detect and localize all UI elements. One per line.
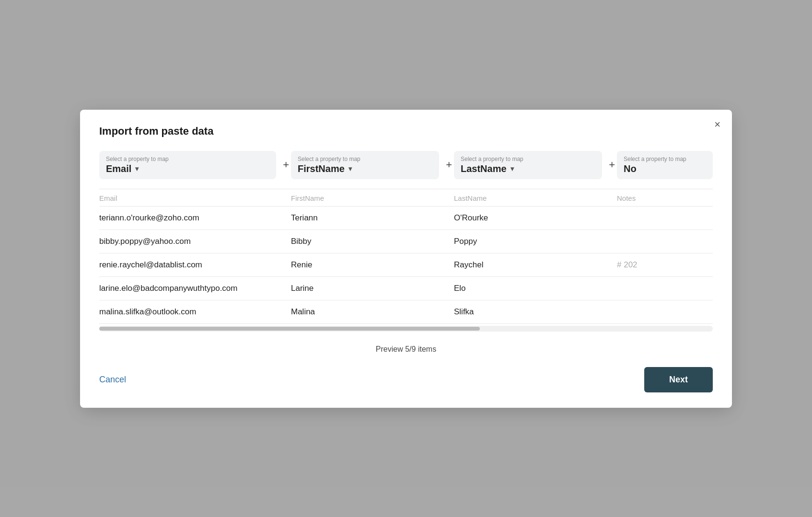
column-selector-1: Select a property to map Email ▾ + bbox=[99, 151, 291, 179]
cell-email: bibby.poppy@yahoo.com bbox=[99, 237, 291, 246]
col2-select-value: FirstName ▾ bbox=[298, 163, 432, 174]
col3-chevron-icon: ▾ bbox=[510, 165, 514, 172]
next-button[interactable]: Next bbox=[644, 367, 713, 392]
cell-firstname: Renie bbox=[291, 260, 454, 270]
th-lastname: LastName bbox=[454, 194, 617, 202]
col2-select-label: Select a property to map bbox=[298, 156, 432, 162]
col2-chevron-icon: ▾ bbox=[348, 165, 352, 172]
table-header: Email FirstName LastName Notes bbox=[99, 189, 713, 207]
col1-select-value: Email ▾ bbox=[106, 163, 269, 174]
cancel-button[interactable]: Cancel bbox=[99, 371, 126, 389]
col4-select-value: No bbox=[624, 163, 706, 174]
col4-select[interactable]: Select a property to map No bbox=[617, 151, 713, 179]
col2-select[interactable]: Select a property to map FirstName ▾ bbox=[291, 151, 439, 179]
cell-firstname: Larine bbox=[291, 284, 454, 293]
col3-select-label: Select a property to map bbox=[461, 156, 595, 162]
cell-firstname: Teriann bbox=[291, 213, 454, 223]
table-row: larine.elo@badcompanywuthtypo.com Larine… bbox=[99, 277, 713, 300]
table-row: bibby.poppy@yahoo.com Bibby Poppy bbox=[99, 230, 713, 253]
cell-lastname: Raychel bbox=[454, 260, 617, 270]
col1-chevron-icon: ▾ bbox=[135, 165, 139, 172]
col3-plus-button[interactable]: + bbox=[607, 159, 617, 171]
th-email: Email bbox=[99, 194, 291, 202]
cell-email: renie.raychel@datablist.com bbox=[99, 260, 291, 270]
cell-firstname: Malina bbox=[291, 307, 454, 317]
col1-select[interactable]: Select a property to map Email ▾ bbox=[99, 151, 276, 179]
table-row: malina.slifka@outlook.com Malina Slifka bbox=[99, 300, 713, 324]
column-selector-3: Select a property to map LastName ▾ + bbox=[454, 151, 617, 179]
col3-select[interactable]: Select a property to map LastName ▾ bbox=[454, 151, 602, 179]
close-button[interactable]: × bbox=[714, 119, 720, 130]
col1-plus-button[interactable]: + bbox=[281, 159, 291, 171]
preview-label: Preview 5/9 items bbox=[99, 345, 713, 354]
col1-select-label: Select a property to map bbox=[106, 156, 269, 162]
col2-plus-button[interactable]: + bbox=[444, 159, 454, 171]
th-notes: Notes bbox=[617, 194, 713, 202]
cell-lastname: O'Rourke bbox=[454, 213, 617, 223]
modal-footer: Cancel Next bbox=[99, 367, 713, 392]
modal: × Import from paste data Select a proper… bbox=[80, 110, 732, 408]
cell-lastname: Poppy bbox=[454, 237, 617, 246]
modal-title: Import from paste data bbox=[99, 125, 713, 138]
cell-notes: # 202 bbox=[617, 260, 713, 270]
table-row: teriann.o'rourke@zoho.com Teriann O'Rour… bbox=[99, 207, 713, 230]
cell-lastname: Elo bbox=[454, 284, 617, 293]
cell-email: larine.elo@badcompanywuthtypo.com bbox=[99, 284, 291, 293]
cell-firstname: Bibby bbox=[291, 237, 454, 246]
horizontal-scrollbar[interactable] bbox=[99, 326, 713, 332]
cell-email: teriann.o'rourke@zoho.com bbox=[99, 213, 291, 223]
column-selector-2: Select a property to map FirstName ▾ + bbox=[291, 151, 454, 179]
table-row: renie.raychel@datablist.com Renie Rayche… bbox=[99, 253, 713, 277]
th-firstname: FirstName bbox=[291, 194, 454, 202]
scrollbar-thumb[interactable] bbox=[99, 327, 480, 331]
data-table: Email FirstName LastName Notes teriann.o… bbox=[99, 189, 713, 324]
modal-overlay: × Import from paste data Select a proper… bbox=[0, 0, 812, 517]
cell-lastname: Slifka bbox=[454, 307, 617, 317]
cell-email: malina.slifka@outlook.com bbox=[99, 307, 291, 317]
column-selector-4: Select a property to map No bbox=[617, 151, 713, 179]
column-selectors-row: Select a property to map Email ▾ + Selec… bbox=[99, 151, 713, 179]
col3-select-value: LastName ▾ bbox=[461, 163, 595, 174]
col4-select-label: Select a property to map bbox=[624, 156, 706, 162]
